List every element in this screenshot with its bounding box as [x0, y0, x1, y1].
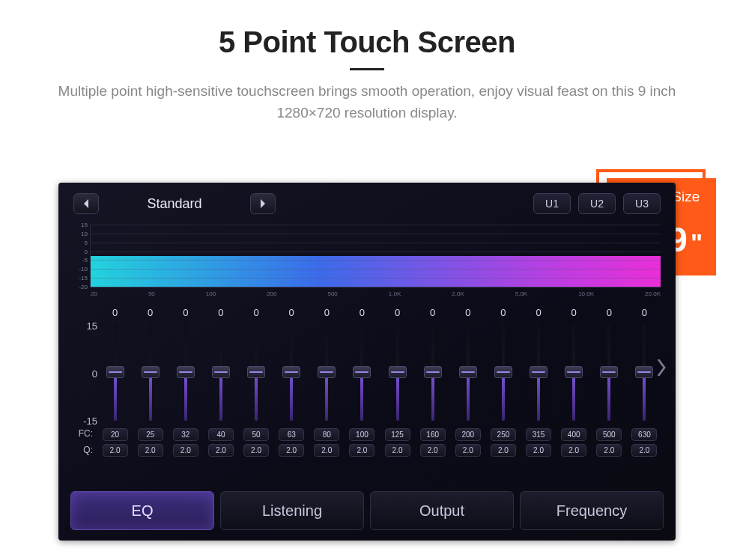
slider-thumb[interactable]: [530, 366, 548, 378]
band-q-value[interactable]: 2.0: [631, 444, 657, 457]
band-q-value[interactable]: 2.0: [314, 444, 339, 457]
band-slider[interactable]: [184, 323, 187, 421]
user-preset-3-button[interactable]: U3: [623, 193, 661, 214]
slider-thumb[interactable]: [282, 366, 300, 378]
fc-row-label: FC:: [70, 428, 93, 439]
scale-mid: 0: [72, 368, 97, 380]
band-fc-value[interactable]: 80: [314, 428, 339, 441]
band-slider[interactable]: [290, 323, 293, 421]
band-fc-value[interactable]: 100: [349, 428, 374, 441]
slider-thumb[interactable]: [600, 366, 618, 378]
band-slider[interactable]: [255, 323, 258, 421]
user-preset-1-button[interactable]: U1: [533, 193, 571, 214]
spectrum-y-tick: 10: [74, 230, 88, 237]
band-slider[interactable]: [114, 323, 117, 421]
band-fc-value[interactable]: 32: [173, 428, 198, 441]
eq-band-4: 0502.0: [239, 307, 274, 457]
band-fc-value[interactable]: 315: [526, 428, 551, 441]
band-q-value[interactable]: 2.0: [243, 444, 269, 457]
band-q-value[interactable]: 2.0: [491, 444, 516, 457]
scale-min: -15: [72, 416, 97, 427]
callout-unit: ": [691, 228, 703, 257]
band-slider[interactable]: [467, 323, 470, 421]
band-fc-value[interactable]: 50: [243, 428, 269, 441]
band-q-value[interactable]: 2.0: [561, 444, 586, 457]
spectrum-y-tick: -20: [74, 284, 88, 290]
band-slider[interactable]: [572, 323, 575, 421]
bottom-tabs: EQListeningOutputFrequency: [70, 491, 664, 530]
topbar: Standard U1 U2 U3: [58, 183, 676, 222]
slider-thumb[interactable]: [389, 366, 407, 378]
eq-slider-area: 15 0 -15 0202.00252.00322.00402.00502.00…: [72, 307, 662, 457]
eq-band-11: 02502.0: [485, 307, 521, 457]
eq-band-2: 0322.0: [168, 307, 203, 457]
slider-thumb[interactable]: [565, 366, 583, 378]
slider-thumb[interactable]: [353, 366, 371, 378]
slider-thumb[interactable]: [424, 366, 442, 378]
band-q-value[interactable]: 2.0: [279, 444, 304, 457]
band-slider[interactable]: [360, 323, 363, 421]
slider-thumb[interactable]: [247, 366, 265, 378]
band-fc-value[interactable]: 250: [491, 428, 516, 441]
band-fc-value[interactable]: 20: [103, 428, 128, 441]
gridline: [91, 243, 661, 243]
preset-prev-button[interactable]: [73, 193, 99, 214]
band-slider[interactable]: [396, 323, 399, 421]
band-q-value[interactable]: 2.0: [349, 444, 374, 457]
band-q-value[interactable]: 2.0: [420, 444, 446, 457]
band-q-value[interactable]: 2.0: [385, 444, 410, 457]
band-fc-value[interactable]: 400: [561, 428, 586, 441]
band-q-value[interactable]: 2.0: [173, 444, 198, 457]
band-q-value[interactable]: 2.0: [103, 444, 128, 457]
eq-band-5: 0632.0: [274, 307, 309, 457]
slider-thumb[interactable]: [106, 366, 124, 378]
band-value: 0: [324, 307, 330, 320]
tab-frequency[interactable]: Frequency: [520, 491, 664, 530]
spectrum-y-tick: -15: [74, 275, 88, 281]
band-fc-value[interactable]: 63: [279, 428, 304, 441]
preset-next-button[interactable]: [250, 193, 276, 214]
band-q-value[interactable]: 2.0: [208, 444, 234, 457]
band-slider[interactable]: [537, 323, 540, 421]
band-q-value[interactable]: 2.0: [526, 444, 551, 457]
chevron-right-icon: [656, 359, 667, 376]
title-underline: [350, 68, 384, 70]
band-fc-value[interactable]: 500: [596, 428, 622, 441]
band-fc-value[interactable]: 630: [631, 428, 657, 441]
eq-band-6: 0802.0: [309, 307, 345, 457]
band-q-value[interactable]: 2.0: [596, 444, 622, 457]
tab-eq[interactable]: EQ: [70, 491, 214, 530]
more-bands-arrow[interactable]: [656, 359, 667, 380]
slider-thumb[interactable]: [494, 366, 512, 378]
band-q-value[interactable]: 2.0: [455, 444, 481, 457]
band-fc-value[interactable]: 200: [455, 428, 481, 441]
band-slider[interactable]: [149, 323, 152, 421]
tab-listening[interactable]: Listening: [220, 491, 364, 530]
band-slider[interactable]: [325, 323, 328, 421]
gridline: [91, 225, 661, 225]
band-slider[interactable]: [643, 323, 646, 421]
slider-thumb[interactable]: [177, 366, 195, 378]
band-slider[interactable]: [607, 323, 610, 421]
eq-sliders: 0202.00252.00322.00402.00502.00632.00802…: [97, 307, 662, 457]
slider-thumb[interactable]: [142, 366, 160, 378]
slider-thumb[interactable]: [212, 366, 230, 378]
slider-thumb[interactable]: [635, 366, 653, 378]
eq-band-7: 01002.0: [345, 307, 380, 457]
band-q-value[interactable]: 2.0: [138, 444, 163, 457]
slider-thumb[interactable]: [318, 366, 336, 378]
band-fc-value[interactable]: 160: [420, 428, 446, 441]
band-slider[interactable]: [502, 323, 505, 421]
slider-thumb[interactable]: [459, 366, 477, 378]
gridline: [91, 234, 661, 234]
band-slider[interactable]: [431, 323, 434, 421]
eq-band-15: 06302.0: [627, 307, 662, 457]
user-preset-2-button[interactable]: U2: [578, 193, 616, 214]
preset-name[interactable]: Standard: [103, 196, 246, 212]
gridline: [91, 252, 661, 252]
band-fc-value[interactable]: 125: [385, 428, 410, 441]
band-slider[interactable]: [219, 323, 222, 421]
band-fc-value[interactable]: 25: [138, 428, 163, 441]
band-fc-value[interactable]: 40: [208, 428, 234, 441]
tab-output[interactable]: Output: [370, 491, 514, 530]
